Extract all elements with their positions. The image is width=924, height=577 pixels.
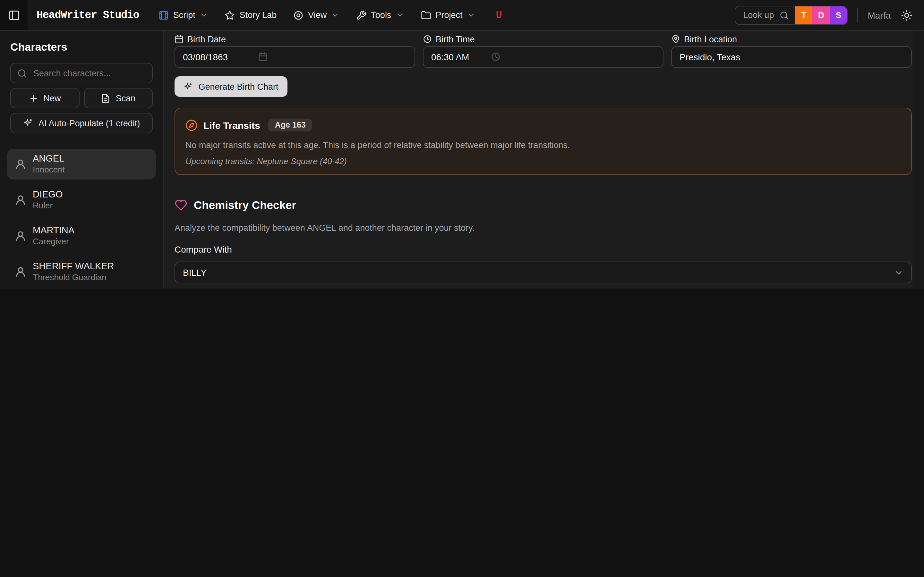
birth-fields-row: Birth Date Birth Time	[174, 34, 912, 68]
menu-script[interactable]: Script	[158, 10, 208, 20]
top-bar: HeadWriter Studio Script Story Lab View …	[0, 0, 924, 31]
ai-button-label: AI Auto-Populate (1 credit)	[39, 118, 140, 128]
search-icon	[780, 11, 788, 19]
project-name: Marfa	[867, 10, 891, 20]
menu-script-label: Script	[173, 10, 195, 20]
sidebar-title: Characters	[10, 41, 153, 54]
u-brand-badge[interactable]: U	[496, 9, 502, 21]
birth-date-input[interactable]	[174, 46, 415, 68]
character-archetype: Threshold Guardian	[33, 272, 114, 283]
star-icon	[225, 10, 235, 20]
birth-time-input[interactable]	[423, 46, 664, 68]
clock-icon	[423, 35, 432, 44]
document-icon	[101, 93, 111, 103]
lookup-label: Look up	[743, 10, 774, 20]
segment-d-button[interactable]: D	[813, 6, 830, 24]
clock-picker-icon[interactable]	[491, 52, 501, 61]
birth-location-input[interactable]	[671, 46, 912, 68]
wrench-icon	[356, 10, 367, 20]
calendar-picker-icon[interactable]	[258, 52, 268, 61]
search-input[interactable]	[32, 68, 145, 79]
birth-time-label: Birth Time	[423, 34, 664, 44]
scrollbar-track[interactable]	[914, 31, 924, 288]
plus-icon	[29, 93, 38, 103]
menu-view-label: View	[308, 10, 326, 20]
theme-toggle-button[interactable]	[901, 9, 913, 21]
chemistry-checker-title: Chemistry Checker	[194, 198, 296, 212]
character-name: SHERIFF WALKER	[33, 261, 114, 272]
view-icon	[293, 10, 304, 20]
character-archetype: Caregiver	[33, 237, 74, 247]
ai-auto-populate-button[interactable]: AI Auto-Populate (1 credit)	[10, 113, 153, 133]
scan-button-label: Scan	[116, 93, 136, 103]
map-pin-icon	[671, 35, 680, 44]
chevron-down-icon	[396, 11, 404, 19]
compare-with-select[interactable]: BILLY	[174, 261, 912, 284]
panel-left-icon	[8, 9, 19, 21]
new-button-label: New	[43, 93, 61, 103]
age-badge: Age 163	[268, 119, 312, 131]
sidebar-actions: New Scan	[10, 88, 153, 108]
app-window: HeadWriter Studio Script Story Lab View …	[0, 0, 924, 288]
character-item-martina[interactable]: MARTINACaregiver	[7, 221, 156, 251]
chevron-down-icon	[331, 11, 339, 19]
life-transits-header: Life Transits Age 163	[186, 118, 901, 132]
birth-location-label: Birth Location	[671, 34, 912, 44]
user-icon	[15, 266, 26, 277]
header-divider	[857, 8, 858, 22]
compass-icon	[186, 119, 198, 131]
scan-button[interactable]: Scan	[84, 88, 153, 108]
chemistry-checker-header: Chemistry Checker	[174, 199, 912, 211]
generate-button-label: Generate Birth Chart	[198, 82, 278, 91]
film-icon	[158, 10, 169, 20]
life-transits-upcoming: Upcoming transits: Neptune Square (40-42…	[186, 156, 901, 166]
chevron-down-icon	[894, 268, 903, 277]
character-item-angel[interactable]: ANGELInnocent	[7, 149, 156, 179]
menu-story-lab[interactable]: Story Lab	[225, 10, 277, 20]
character-name: DIEGO	[33, 189, 63, 200]
menu-tools[interactable]: Tools	[356, 10, 404, 20]
chemistry-description: Analyze the compatibility between ANGEL …	[174, 223, 912, 234]
top-right-controls: Look up T D S Marfa	[735, 5, 913, 25]
chevron-down-icon	[467, 11, 475, 19]
birth-location-field: Birth Location	[671, 34, 912, 68]
lookup-group: Look up T D S	[735, 5, 848, 25]
compare-with-value: BILLY	[183, 268, 207, 277]
new-character-button[interactable]: New	[10, 88, 79, 108]
character-item-diego[interactable]: DIEGORuler	[7, 185, 156, 215]
search-icon	[17, 68, 27, 78]
birth-date-field: Birth Date	[174, 34, 415, 68]
life-transits-title: Life Transits	[204, 119, 260, 131]
character-name: ANGEL	[33, 153, 65, 164]
birth-time-field: Birth Time	[423, 34, 664, 68]
main-menu: Script Story Lab View Tools Project	[158, 9, 502, 21]
compare-with-label: Compare With	[174, 245, 912, 254]
calendar-icon	[174, 35, 184, 44]
character-search[interactable]	[10, 63, 153, 83]
chevron-down-icon	[200, 11, 208, 19]
menu-project[interactable]: Project	[421, 10, 475, 20]
user-icon	[15, 158, 26, 170]
segment-t-button[interactable]: T	[795, 6, 813, 24]
folder-icon	[421, 10, 431, 20]
character-archetype: Innocent	[33, 165, 65, 175]
sidebar-toggle-button[interactable]	[0, 0, 27, 30]
heart-icon	[174, 199, 187, 211]
user-icon	[15, 194, 26, 206]
user-icon	[15, 230, 26, 242]
sun-icon	[901, 9, 913, 21]
menu-tools-label: Tools	[371, 10, 391, 20]
generate-birth-chart-button[interactable]: Generate Birth Chart	[174, 76, 288, 97]
character-item-sheriff-walker[interactable]: SHERIFF WALKERThreshold Guardian	[7, 256, 156, 287]
life-transits-body: No major transits active at this age. Th…	[186, 140, 901, 151]
life-transits-panel: Life Transits Age 163 No major transits …	[174, 108, 912, 175]
characters-sidebar: Characters New Scan AI Auto-Populate (1 …	[0, 31, 164, 288]
menu-story-lab-label: Story Lab	[240, 10, 277, 20]
sparkles-icon	[23, 118, 33, 128]
main-content: Birth Date Birth Time	[164, 31, 924, 288]
segment-s-button[interactable]: S	[830, 6, 847, 24]
menu-view[interactable]: View	[293, 10, 339, 20]
app-logo: HeadWriter Studio	[37, 9, 139, 21]
character-archetype: Ruler	[33, 201, 63, 211]
lookup-field[interactable]: Look up	[735, 6, 795, 24]
